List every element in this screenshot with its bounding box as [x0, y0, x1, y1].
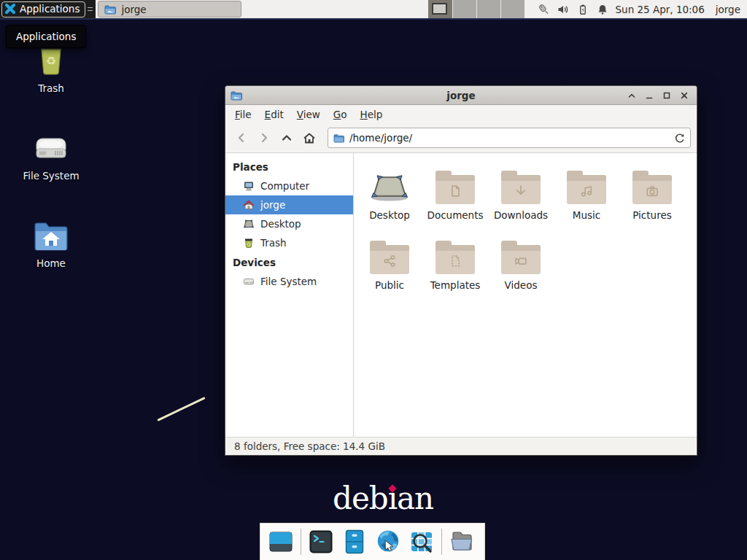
- path-value[interactable]: /home/jorge/: [349, 132, 669, 144]
- taskbar-window-label: jorge: [121, 4, 146, 15]
- close-button[interactable]: [678, 89, 691, 102]
- file-label: Templates: [430, 279, 481, 291]
- titlebar[interactable]: jorge: [225, 86, 697, 105]
- desktop-icon-home[interactable]: Home: [12, 213, 90, 269]
- desktop-icon-filesystem[interactable]: File System: [12, 125, 90, 182]
- file-item-templates[interactable]: Templates: [422, 233, 488, 303]
- file-item-downloads[interactable]: Downloads: [488, 163, 554, 233]
- back-button[interactable]: [231, 128, 252, 148]
- file-cabinet-icon: [341, 528, 368, 556]
- maximize-button[interactable]: [660, 89, 673, 102]
- app-finder-icon: [408, 528, 436, 556]
- debian-logo-text: an: [397, 481, 433, 516]
- desktop-wallpaper-line: [157, 397, 205, 421]
- applications-segment: Applications: [0, 0, 96, 18]
- volume-icon[interactable]: [557, 4, 569, 15]
- music-folder-icon: [567, 163, 606, 204]
- menu-edit[interactable]: Edit: [258, 106, 290, 122]
- workspace-pager[interactable]: [428, 0, 525, 18]
- mouse-indicator-icon[interactable]: [537, 3, 549, 15]
- sidebar-item-computer[interactable]: Computer: [225, 176, 353, 195]
- file-item-videos[interactable]: Videos: [488, 233, 554, 303]
- file-item-desktop[interactable]: Desktop: [357, 163, 422, 233]
- up-button[interactable]: [276, 128, 297, 148]
- sidebar-header-places: Places: [225, 157, 353, 176]
- desktop-special-icon: [368, 163, 411, 204]
- reload-icon[interactable]: [674, 133, 685, 144]
- videos-folder-icon: [501, 233, 541, 274]
- statusbar-text: 8 folders, Free space: 14.4 GiB: [234, 440, 385, 452]
- drive-mini-icon: [243, 276, 255, 287]
- terminal-icon: [307, 528, 335, 556]
- menu-go[interactable]: Go: [327, 106, 354, 122]
- globe-browser-icon: [374, 527, 402, 556]
- web-browser-launcher[interactable]: [374, 528, 402, 556]
- tasklist-grip-handle[interactable]: [88, 4, 93, 15]
- applications-menu-button[interactable]: Applications: [1, 1, 85, 18]
- directory-menu-button[interactable]: [448, 528, 476, 556]
- file-label: Music: [573, 209, 600, 221]
- xfce-logo-icon: [4, 3, 16, 15]
- menu-help[interactable]: Help: [354, 106, 390, 122]
- home-icon: [243, 199, 255, 211]
- file-item-documents[interactable]: Documents: [422, 163, 488, 233]
- notifications-icon[interactable]: [597, 4, 608, 15]
- file-item-music[interactable]: Music: [554, 163, 619, 233]
- battery-icon[interactable]: [577, 4, 589, 15]
- menu-file[interactable]: File: [228, 106, 258, 122]
- sidebar-item-jorge[interactable]: jorge: [225, 195, 353, 214]
- pictures-folder-icon: [632, 163, 672, 204]
- terminal-launcher[interactable]: [307, 528, 335, 556]
- workspace-4[interactable]: [500, 0, 525, 18]
- sidebar-item-desktop[interactable]: Desktop: [225, 214, 353, 233]
- home-button[interactable]: [299, 128, 320, 148]
- sidebar: Places Computer: [225, 153, 354, 437]
- forward-button[interactable]: [254, 128, 274, 148]
- minimize-button[interactable]: [643, 89, 656, 102]
- applications-label: Applications: [20, 3, 80, 15]
- menubar: File Edit View Go Help: [225, 105, 697, 123]
- file-manager-launcher[interactable]: [341, 528, 368, 556]
- trash-mini-icon: [243, 237, 255, 249]
- statusbar: 8 folders, Free space: 14.4 GiB: [225, 437, 697, 455]
- file-label: Videos: [505, 279, 538, 291]
- file-label: Pictures: [632, 209, 671, 221]
- sidebar-item-label: jorge: [260, 199, 285, 211]
- sidebar-item-label: File System: [260, 276, 317, 287]
- window-body: Places Computer: [225, 153, 697, 437]
- file-manager-window: jorge File Edit View Go Help: [225, 85, 697, 456]
- file-label: Desktop: [369, 209, 410, 221]
- menu-view[interactable]: View: [290, 106, 327, 122]
- desktop-icon-label: File System: [12, 170, 90, 182]
- shade-button[interactable]: [625, 89, 638, 102]
- workspace-2[interactable]: [452, 0, 476, 18]
- workspace-3[interactable]: [476, 0, 500, 18]
- desktop[interactable]: { "panel": { "applications_button": { "l…: [0, 0, 747, 560]
- panel-clock[interactable]: Sun 25 Apr, 10:06: [616, 4, 705, 15]
- workspace-1[interactable]: [428, 0, 452, 18]
- file-item-pictures[interactable]: Pictures: [619, 163, 685, 233]
- sidebar-item-label: Computer: [260, 180, 309, 192]
- application-finder-launcher[interactable]: [408, 528, 436, 556]
- file-label: Documents: [427, 209, 484, 221]
- desktop-icon-label: Home: [12, 257, 90, 269]
- taskbar-window-button[interactable]: jorge: [98, 1, 241, 18]
- templates-folder-icon: [436, 233, 475, 274]
- workspace-window-thumb: [432, 3, 447, 15]
- home-folder-icon: [12, 213, 90, 252]
- sidebar-item-file-system[interactable]: File System: [225, 272, 353, 291]
- sidebar-item-trash[interactable]: Trash: [225, 233, 353, 252]
- panel-username[interactable]: jorge: [716, 4, 740, 15]
- bottom-dock: [260, 523, 485, 560]
- dock-separator: [441, 529, 442, 555]
- desktop-mini-icon: [243, 218, 255, 230]
- path-entry[interactable]: /home/jorge/: [328, 128, 691, 148]
- computer-icon: [243, 180, 255, 192]
- file-icon-view[interactable]: Desktop Documents: [354, 153, 697, 437]
- applications-tooltip: Applications: [6, 25, 86, 48]
- show-desktop-button[interactable]: [267, 528, 295, 556]
- debian-wallpaper-logo: debıan: [333, 481, 433, 516]
- file-item-public[interactable]: Public: [357, 233, 422, 303]
- toolbar: /home/jorge/: [225, 123, 697, 153]
- window-controls: [625, 89, 697, 102]
